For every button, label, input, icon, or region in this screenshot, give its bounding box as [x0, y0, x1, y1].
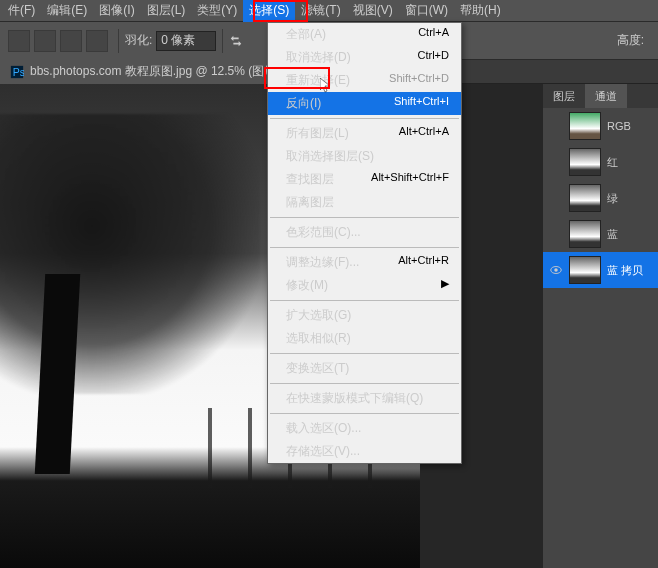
menu-item-label: 载入选区(O)... — [286, 420, 361, 437]
menu-item-label: 重新选择(E) — [286, 72, 350, 89]
channel-thumb — [569, 148, 601, 176]
menu-item[interactable]: 在快速蒙版模式下编辑(Q) — [268, 387, 461, 410]
separator — [118, 29, 119, 53]
menu-edit[interactable]: 编辑(E) — [41, 0, 93, 22]
menu-separator — [270, 217, 459, 218]
menu-item[interactable]: 扩大选取(G) — [268, 304, 461, 327]
channel-thumb — [569, 112, 601, 140]
eye-icon — [549, 263, 563, 277]
menu-item-shortcut: ▶ — [441, 277, 449, 294]
menu-separator — [270, 413, 459, 414]
menu-image[interactable]: 图像(I) — [93, 0, 140, 22]
panel-tabs: 图层 通道 — [543, 84, 658, 108]
menu-layer[interactable]: 图层(L) — [141, 0, 192, 22]
menu-item-label: 扩大选取(G) — [286, 307, 351, 324]
menu-item-label: 反向(I) — [286, 95, 321, 112]
menu-separator — [270, 383, 459, 384]
menu-item[interactable]: 取消选择图层(S) — [268, 145, 461, 168]
visibility-toggle[interactable] — [549, 119, 563, 133]
svg-point-3 — [554, 268, 558, 272]
panel-tab-layers[interactable]: 图层 — [543, 84, 585, 108]
channel-thumb — [569, 184, 601, 212]
menu-item-label: 选取相似(R) — [286, 330, 351, 347]
channel-name: 红 — [607, 155, 618, 170]
channel-row-green[interactable]: 绿 — [543, 180, 658, 216]
menu-item-shortcut: Alt+Ctrl+A — [399, 125, 449, 142]
menu-item-label: 全部(A) — [286, 26, 326, 43]
height-label: 高度: — [617, 32, 644, 49]
menu-item[interactable]: 色彩范围(C)... — [268, 221, 461, 244]
menu-view[interactable]: 视图(V) — [347, 0, 399, 22]
menu-item[interactable]: 取消选择(D)Ctrl+D — [268, 46, 461, 69]
menu-item-shortcut: Alt+Ctrl+R — [398, 254, 449, 271]
channel-row-blue-copy[interactable]: 蓝 拷贝 — [543, 252, 658, 288]
channel-row-blue[interactable]: 蓝 — [543, 216, 658, 252]
channel-name: 蓝 拷贝 — [607, 263, 643, 278]
channel-thumb — [569, 220, 601, 248]
menu-item-shortcut: Shift+Ctrl+D — [389, 72, 449, 89]
channel-row-red[interactable]: 红 — [543, 144, 658, 180]
panels: 图层 通道 RGB 红 绿 蓝 — [543, 84, 658, 568]
marquee-tool-icon[interactable] — [8, 30, 30, 52]
visibility-toggle[interactable] — [549, 263, 563, 277]
menu-item-label: 存储选区(V)... — [286, 443, 360, 460]
menu-item[interactable]: 调整边缘(F)...Alt+Ctrl+R — [268, 251, 461, 274]
menu-item-shortcut: Ctrl+D — [418, 49, 449, 66]
menu-item[interactable]: 存储选区(V)... — [268, 440, 461, 463]
menu-item-label: 所有图层(L) — [286, 125, 349, 142]
menu-item: 重新选择(E)Shift+Ctrl+D — [268, 69, 461, 92]
menu-separator — [270, 353, 459, 354]
menu-item-shortcut: Alt+Shift+Ctrl+F — [371, 171, 449, 188]
menu-filter[interactable]: 滤镜(T) — [295, 0, 346, 22]
menu-item[interactable]: 选取相似(R) — [268, 327, 461, 350]
svg-text:Ps: Ps — [13, 65, 24, 77]
visibility-toggle[interactable] — [549, 155, 563, 169]
channel-list: RGB 红 绿 蓝 蓝 拷贝 — [543, 108, 658, 568]
swap-icon[interactable] — [229, 34, 243, 48]
menu-window[interactable]: 窗口(W) — [399, 0, 454, 22]
document-title: bbs.photops.com 教程原图.jpg @ 12.5% (图层 — [30, 63, 276, 80]
channel-row-rgb[interactable]: RGB — [543, 108, 658, 144]
menu-item-label: 调整边缘(F)... — [286, 254, 359, 271]
channel-thumb — [569, 256, 601, 284]
menu-select[interactable]: 选择(S) — [243, 0, 295, 22]
menu-separator — [270, 300, 459, 301]
menu-item[interactable]: 全部(A)Ctrl+A — [268, 23, 461, 46]
menu-separator — [270, 247, 459, 248]
channel-name: 绿 — [607, 191, 618, 206]
menu-item-shortcut: Shift+Ctrl+I — [394, 95, 449, 112]
menu-file[interactable]: 件(F) — [2, 0, 41, 22]
menu-item[interactable]: 反向(I)Shift+Ctrl+I — [268, 92, 461, 115]
menu-item-label: 变换选区(T) — [286, 360, 349, 377]
selection-subtract-icon[interactable] — [60, 30, 82, 52]
separator — [222, 29, 223, 53]
menu-item-label: 取消选择(D) — [286, 49, 351, 66]
feather-label: 羽化: — [125, 32, 152, 49]
selection-intersect-icon[interactable] — [86, 30, 108, 52]
menu-help[interactable]: 帮助(H) — [454, 0, 507, 22]
menu-item[interactable]: 查找图层Alt+Shift+Ctrl+F — [268, 168, 461, 191]
menu-item[interactable]: 载入选区(O)... — [268, 417, 461, 440]
select-menu-dropdown: 全部(A)Ctrl+A取消选择(D)Ctrl+D重新选择(E)Shift+Ctr… — [267, 22, 462, 464]
menu-item-label: 在快速蒙版模式下编辑(Q) — [286, 390, 423, 407]
menu-item-label: 色彩范围(C)... — [286, 224, 361, 241]
menu-type[interactable]: 类型(Y) — [191, 0, 243, 22]
document-tab[interactable]: Ps bbs.photops.com 教程原图.jpg @ 12.5% (图层 — [0, 59, 286, 84]
menu-item-shortcut: Ctrl+A — [418, 26, 449, 43]
menu-item[interactable]: 所有图层(L)Alt+Ctrl+A — [268, 122, 461, 145]
menu-item-label: 隔离图层 — [286, 194, 334, 211]
feather-input[interactable] — [156, 31, 216, 51]
visibility-toggle[interactable] — [549, 227, 563, 241]
channel-name: 蓝 — [607, 227, 618, 242]
panel-tab-channels[interactable]: 通道 — [585, 84, 627, 108]
visibility-toggle[interactable] — [549, 191, 563, 205]
menu-bar: 件(F) 编辑(E) 图像(I) 图层(L) 类型(Y) 选择(S) 滤镜(T)… — [0, 0, 658, 22]
menu-item[interactable]: 变换选区(T) — [268, 357, 461, 380]
ps-file-icon: Ps — [10, 65, 24, 79]
menu-item[interactable]: 隔离图层 — [268, 191, 461, 214]
menu-item-label: 修改(M) — [286, 277, 328, 294]
menu-item[interactable]: 修改(M)▶ — [268, 274, 461, 297]
selection-add-icon[interactable] — [34, 30, 56, 52]
channel-name: RGB — [607, 120, 631, 132]
menu-separator — [270, 118, 459, 119]
